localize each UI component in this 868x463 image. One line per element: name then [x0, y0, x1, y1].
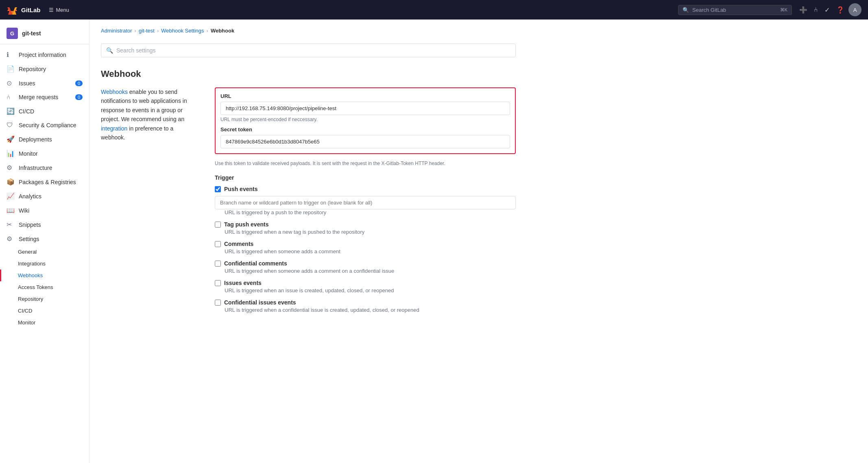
url-secret-section: URL URL must be percent-encoded if necce…: [215, 87, 516, 154]
menu-button[interactable]: ☰ Menu: [46, 5, 73, 15]
trigger-confidential-comments: Confidential comments URL is triggered w…: [215, 260, 516, 274]
url-label: URL: [220, 93, 510, 99]
sidebar-item-repository[interactable]: 📄 Repository: [0, 62, 89, 76]
sidebar-item-deployments[interactable]: 🚀 Deployments: [0, 132, 89, 146]
project-name: git-test: [22, 30, 41, 37]
issues-icon: ⊙: [7, 79, 15, 87]
sidebar-item-issues[interactable]: ⊙ Issues 0: [0, 76, 89, 90]
monitor-icon: 📊: [7, 150, 15, 157]
hamburger-icon: ☰: [49, 7, 54, 13]
sidebar-item-wiki[interactable]: 📖 Wiki: [0, 203, 89, 217]
sidebar-submenu-integrations[interactable]: Integrations: [0, 258, 89, 270]
packages-icon: 📦: [7, 178, 15, 186]
sidebar-submenu-repository[interactable]: Repository: [0, 293, 89, 305]
issues-events-checkbox[interactable]: [215, 280, 221, 286]
gitlab-logo[interactable]: GitLab: [7, 4, 41, 15]
sidebar-item-security-compliance[interactable]: 🛡 Security & Compliance: [0, 118, 89, 132]
merge-requests-badge: 0: [75, 94, 83, 100]
page-title: Webhook: [101, 69, 857, 79]
confidential-comments-desc: URL is triggered when someone adds a com…: [215, 268, 516, 274]
repository-icon: 📄: [7, 65, 15, 73]
sidebar-submenu-access-tokens[interactable]: Access Tokens: [0, 281, 89, 293]
webhook-description: Webhooks enable you to send notification…: [101, 87, 198, 319]
sidebar-settings-header[interactable]: ⚙ Settings: [0, 232, 89, 246]
push-events-label[interactable]: Push events: [224, 186, 257, 192]
merge-requests-icon: ⑃: [7, 93, 15, 101]
trigger-issues-events: Issues events URL is triggered when an i…: [215, 280, 516, 293]
webhook-layout: Webhooks enable you to send notification…: [101, 87, 516, 319]
sidebar-submenu-general[interactable]: General: [0, 246, 89, 258]
sidebar-item-cicd[interactable]: 🔄 CI/CD: [0, 104, 89, 118]
branch-pattern-input[interactable]: [215, 196, 516, 209]
sidebar-item-analytics[interactable]: 📈 Analytics: [0, 189, 89, 203]
issues-badge: 0: [75, 80, 83, 86]
wiki-icon: 📖: [7, 207, 15, 214]
infrastructure-icon: ⚙: [7, 164, 15, 172]
trigger-label: Trigger: [215, 174, 516, 181]
push-events-checkbox[interactable]: [215, 186, 221, 192]
analytics-icon: 📈: [7, 192, 15, 200]
issues-events-desc: URL is triggered when an issue is create…: [215, 287, 516, 293]
comments-label[interactable]: Comments: [224, 241, 253, 247]
tag-push-events-checkbox[interactable]: [215, 222, 221, 228]
sidebar-item-monitor[interactable]: 📊 Monitor: [0, 146, 89, 161]
project-avatar: G: [7, 28, 18, 39]
global-search[interactable]: 🔍 Search GitLab ⌘K: [678, 5, 792, 15]
tag-push-events-label[interactable]: Tag push events: [224, 221, 268, 228]
webhooks-link[interactable]: Webhooks: [101, 89, 128, 95]
snippets-icon: ✂: [7, 221, 15, 228]
user-avatar[interactable]: A: [848, 3, 861, 16]
secret-token-label: Secret token: [220, 126, 510, 133]
trigger-comments: Comments URL is triggered when someone a…: [215, 241, 516, 254]
search-settings-wrapper: 🔍 Search settings: [101, 43, 857, 57]
settings-icon: ⚙: [7, 235, 15, 243]
tag-push-events-desc: URL is triggered when a new tag is pushe…: [215, 229, 516, 235]
security-icon: 🛡: [7, 122, 15, 129]
sidebar-item-snippets[interactable]: ✂ Snippets: [0, 217, 89, 232]
breadcrumb: Administrator › git-test › Webhook Setti…: [101, 28, 857, 34]
issues-events-label[interactable]: Issues events: [224, 280, 262, 286]
breadcrumb-current: Webhook: [211, 28, 234, 34]
sidebar-item-project-information[interactable]: ℹ Project information: [0, 48, 89, 62]
confidential-comments-checkbox[interactable]: [215, 261, 221, 267]
sidebar-submenu-webhooks[interactable]: Webhooks: [0, 270, 89, 281]
sidebar-item-packages-registries[interactable]: 📦 Packages & Registries: [0, 175, 89, 189]
merge-requests-icon[interactable]: ⑃: [811, 4, 820, 16]
comments-checkbox[interactable]: [215, 241, 221, 247]
breadcrumb-git-test[interactable]: git-test: [139, 28, 155, 34]
confidential-issues-events-desc: URL is triggered when a confidential iss…: [215, 307, 516, 313]
project-header: G git-test: [0, 24, 89, 44]
url-input[interactable]: [220, 102, 510, 115]
issues-icon[interactable]: ✓: [822, 4, 832, 16]
sidebar: G git-test ℹ Project information 📄 Repos…: [0, 20, 89, 463]
search-icon: 🔍: [683, 7, 689, 13]
sidebar-submenu-cicd[interactable]: CI/CD: [0, 305, 89, 317]
main-content: Administrator › git-test › Webhook Setti…: [89, 20, 868, 463]
confidential-issues-events-label[interactable]: Confidential issues events: [224, 299, 296, 306]
secret-token-input[interactable]: [220, 135, 510, 148]
confidential-issues-events-checkbox[interactable]: [215, 300, 221, 306]
navbar: GitLab ☰ Menu 🔍 Search GitLab ⌘K ➕ ⑃ ✓ ❓…: [0, 0, 868, 20]
trigger-confidential-issues-events: Confidential issues events URL is trigge…: [215, 299, 516, 313]
trigger-push-events: Push events URL is triggered by a push t…: [215, 186, 516, 215]
search-settings-bar[interactable]: 🔍 Search settings: [101, 43, 516, 57]
sidebar-submenu-monitor[interactable]: Monitor: [0, 317, 89, 328]
sidebar-item-merge-requests[interactable]: ⑃ Merge requests 0: [0, 90, 89, 104]
confidential-comments-label[interactable]: Confidential comments: [224, 260, 287, 267]
webhook-form: URL URL must be percent-encoded if necce…: [215, 87, 516, 319]
sidebar-item-infrastructure[interactable]: ⚙ Infrastructure: [0, 161, 89, 175]
trigger-tag-push-events: Tag push events URL is triggered when a …: [215, 221, 516, 235]
comments-desc: URL is triggered when someone adds a com…: [215, 248, 516, 254]
push-events-desc: URL is triggered by a push to the reposi…: [215, 209, 516, 215]
cicd-icon: 🔄: [7, 107, 15, 115]
search-settings-icon: 🔍: [106, 47, 113, 54]
integration-link[interactable]: integration: [101, 125, 127, 132]
url-hint: URL must be percent-encoded if neccessar…: [220, 117, 510, 122]
deployments-icon: 🚀: [7, 135, 15, 143]
breadcrumb-webhook-settings[interactable]: Webhook Settings: [161, 28, 204, 34]
breadcrumb-administrator[interactable]: Administrator: [101, 28, 132, 34]
navbar-actions: ➕ ⑃ ✓ ❓ A: [797, 3, 861, 16]
help-icon[interactable]: ❓: [834, 4, 847, 16]
secret-token-hint: Use this token to validate received payl…: [215, 161, 516, 166]
new-item-button[interactable]: ➕: [797, 4, 810, 16]
